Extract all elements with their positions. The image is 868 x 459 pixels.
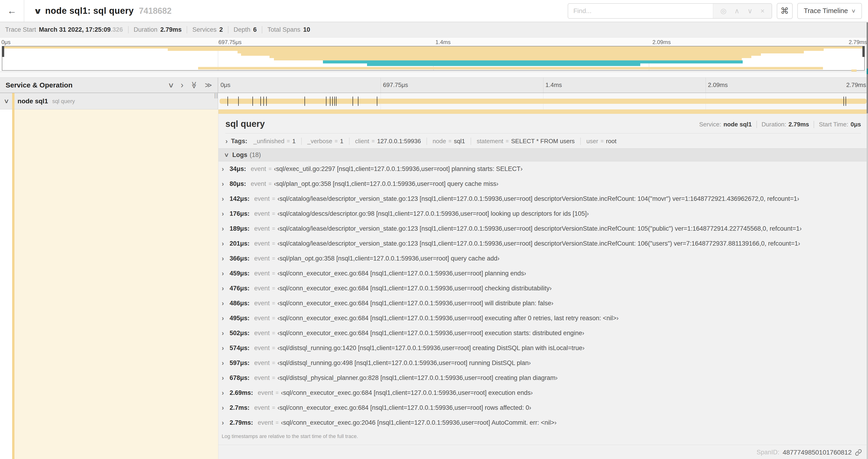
log-marker	[846, 97, 846, 106]
summary-items: Trace StartMarch 31 2022, 17:25:09.326Du…	[5, 26, 310, 33]
summary-item: Total Spans10	[262, 26, 310, 33]
chevron-right-icon: ›	[222, 314, 229, 322]
prev-match-icon[interactable]: ∧	[734, 7, 739, 15]
tag-item: node=sql1	[427, 138, 465, 145]
tags-row[interactable]: › Tags: _unfinished=1_verbose=1client=12…	[218, 133, 868, 148]
detail-header: sql query Service:node sql1Duration:2.79…	[218, 114, 868, 133]
chevron-right-icon: ›	[222, 404, 229, 412]
minimap-span	[241, 54, 761, 56]
command-icon: ⌘	[780, 6, 789, 16]
minimap-span	[367, 63, 640, 66]
chevron-right-icon: ›	[222, 329, 229, 337]
chevron-right-icon: ›	[222, 284, 229, 292]
log-entry-row[interactable]: ›201μs:event=‹sql/catalog/lease/descript…	[218, 236, 868, 251]
log-entry-row[interactable]: ›574μs:event=‹sql/distsql_running.go:142…	[218, 340, 868, 355]
app-header: ← ∨ node sql1: sql query 7418682 ◎ ∧ ∨ ×…	[0, 0, 868, 22]
span-log-markers	[220, 93, 867, 109]
log-entry-row[interactable]: ›80μs:event=‹sql/plan_opt.go:358 [nsql1,…	[218, 176, 868, 191]
find-input[interactable]	[568, 4, 713, 18]
chevron-right-icon: ›	[222, 255, 229, 262]
log-marker	[334, 97, 335, 106]
log-entry-row[interactable]: ›189μs:event=‹sql/catalog/lease/descript…	[218, 221, 868, 236]
logs-footer-note: Log timestamps are relative to the start…	[218, 430, 868, 439]
tag-item: _verbose=1	[301, 138, 343, 145]
right-scrubber-handle[interactable]	[862, 46, 865, 57]
left-scrubber-handle[interactable]	[2, 46, 4, 57]
chevron-right-icon: ›	[222, 269, 229, 277]
next-match-icon[interactable]: ∨	[747, 7, 752, 15]
log-entry-row[interactable]: ›495μs:event=‹sql/conn_executor_exec.go:…	[218, 311, 868, 326]
logs-accordion-header[interactable]: ∨ Logs (18)	[218, 148, 868, 161]
log-entry-row[interactable]: ›459μs:event=‹sql/conn_executor_exec.go:…	[218, 266, 868, 281]
log-marker	[238, 97, 239, 106]
span-operation-name: sql query	[52, 98, 75, 104]
chevron-right-icon: ›	[222, 225, 229, 233]
chevron-down-icon[interactable]: ∨	[33, 6, 42, 15]
minimap-span	[2, 46, 864, 48]
log-marker	[260, 97, 261, 106]
span-row-name-cell[interactable]: ∨ node sql1 sql query	[0, 93, 218, 109]
time-tick-label: 2.79ms	[849, 39, 868, 45]
header-controls: ◎ ∧ ∨ × ⌘ Trace Timeline ∨	[568, 3, 868, 19]
log-marker	[326, 97, 327, 106]
time-tick-label: 2.09ms	[706, 81, 728, 89]
chevron-right-icon: ›	[222, 195, 229, 203]
collapse-all-icon[interactable]: ≫	[191, 81, 198, 89]
trace-title-wrap: ∨ node sql1: sql query 7418682	[24, 6, 172, 16]
summary-item: Depth6	[228, 26, 257, 33]
view-select-button[interactable]: Trace Timeline ∨	[797, 3, 862, 19]
detail-meta-item: Start Time:0μs	[814, 121, 861, 128]
log-marker	[358, 97, 359, 106]
service-operation-title: Service & Operation	[6, 81, 72, 89]
tag-item: statement=SELECT * FROM users	[471, 138, 575, 145]
summary-item: Trace StartMarch 31 2022, 17:25:09.326	[5, 26, 123, 33]
logs-label: Logs	[232, 151, 248, 159]
tags-list: _unfinished=1_verbose=1client=127.0.0.1:…	[253, 138, 617, 145]
log-entry-row[interactable]: ›176μs:event=‹sql/catalog/descs/descript…	[218, 206, 868, 221]
log-entry-row[interactable]: ›2.69ms:event=‹sql/conn_executor_exec.go…	[218, 385, 868, 400]
detail-meta: Service:node sql1Duration:2.79msStart Ti…	[699, 121, 861, 129]
log-entry-row[interactable]: ›142μs:event=‹sql/catalog/lease/descript…	[218, 191, 868, 206]
logs-count: (18)	[250, 151, 261, 159]
log-entry-row[interactable]: ›2.79ms:event=‹sql/conn_executor_exec.go…	[218, 415, 868, 430]
log-entry-row[interactable]: ›678μs:event=‹sql/distsql_physical_plann…	[218, 370, 868, 385]
span-row: ∨ node sql1 sql query	[0, 93, 868, 109]
deep-link-icon[interactable]	[855, 449, 862, 456]
keyboard-shortcuts-button[interactable]: ⌘	[777, 3, 793, 19]
clear-search-icon[interactable]: ×	[761, 7, 765, 15]
log-marker	[330, 97, 331, 106]
locate-icon[interactable]: ◎	[720, 7, 726, 15]
log-entry-row[interactable]: ›2.7ms:event=‹sql/conn_executor_exec.go:…	[218, 400, 868, 415]
log-entry-row[interactable]: ›486μs:event=‹sql/conn_executor_exec.go:…	[218, 296, 868, 311]
detail-meta-item: Duration:2.79ms	[756, 121, 809, 128]
service-operation-header: Service & Operation ∨ › ≫ ≫ ||	[0, 78, 218, 93]
minimap-span	[270, 56, 751, 58]
chevron-down-icon[interactable]: ∨	[3, 97, 9, 105]
log-entry-row[interactable]: ›34μs:event=‹sql/exec_util.go:2297 [nsql…	[218, 161, 868, 176]
time-tick-label: 2.79ms	[846, 81, 868, 89]
log-entry-row[interactable]: ›366μs:event=‹sql/plan_opt.go:358 [nsql1…	[218, 251, 868, 266]
chevron-right-icon: ›	[222, 165, 229, 173]
chevron-right-icon: ›	[222, 344, 229, 352]
minimap-span	[274, 58, 742, 60]
tag-item: _unfinished=1	[253, 138, 296, 145]
collapse-one-icon[interactable]: ∨	[168, 81, 175, 89]
right-edge-scrollbar[interactable]	[867, 22, 868, 459]
time-tick-label: 697.75μs	[380, 81, 408, 89]
column-resizer-handle[interactable]: ||	[214, 92, 218, 99]
minimap-canvas[interactable]	[2, 46, 865, 71]
log-entry-row[interactable]: ›597μs:event=‹sql/distsql_running.go:498…	[218, 355, 868, 370]
log-entry-row[interactable]: ›476μs:event=‹sql/conn_executor_exec.go:…	[218, 281, 868, 296]
back-button[interactable]: ←	[0, 0, 24, 22]
trace-summary-bar: Trace StartMarch 31 2022, 17:25:09.326Du…	[0, 22, 868, 38]
log-marker	[252, 97, 253, 106]
chevron-right-icon: ›	[222, 299, 229, 307]
expand-all-icon[interactable]: ≫	[205, 81, 212, 89]
log-entry-row[interactable]: ›502μs:event=‹sql/conn_executor_exec.go:…	[218, 326, 868, 340]
chevron-right-icon: ›	[222, 180, 229, 188]
expand-one-icon[interactable]: ›	[181, 81, 183, 89]
time-tick-label: 0μs	[0, 39, 10, 45]
span-row-timeline-cell[interactable]	[218, 93, 868, 109]
edge-teal-notch	[867, 69, 868, 74]
chevron-right-icon: ›	[222, 389, 229, 397]
